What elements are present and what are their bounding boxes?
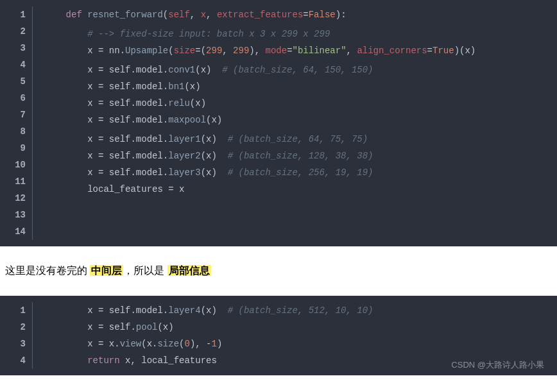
code-token: resnet_forward <box>87 10 163 20</box>
code-token: local_features <box>44 184 168 194</box>
code-token: - <box>206 339 211 349</box>
code-token: = <box>287 46 292 56</box>
code-token: (x) <box>206 115 222 125</box>
code-token: "bilinear" <box>293 46 347 56</box>
code-token: (x) <box>157 322 173 332</box>
code-token: )(x) <box>454 46 476 56</box>
code-token: (x) <box>184 81 200 92</box>
code-line: x = nn.Upsample(size=(299, 299), mode="b… <box>33 42 557 59</box>
code-token: 299 <box>233 46 249 56</box>
code-token: x <box>44 305 98 316</box>
code-token: x, local_features <box>120 355 217 366</box>
code-line: x = self.model.bn1(x) <box>33 78 557 95</box>
code-token: # (batch_size, 512, 10, 10) <box>228 305 373 316</box>
code-token: False <box>309 10 336 20</box>
code-token: x <box>201 10 206 20</box>
code-token: align_corners <box>357 46 427 56</box>
code-token: x <box>44 339 98 349</box>
code-line: def resnet_forward(self, x, extract_feat… <box>33 6 557 23</box>
code-token: def <box>66 10 88 20</box>
code-token: self.model. <box>103 65 168 75</box>
code-token: size <box>174 46 196 56</box>
code-token: relu <box>168 98 190 108</box>
code-line: x = self.model.conv1(x) # (batch_size, 6… <box>33 62 557 78</box>
code-token: self. <box>103 322 135 332</box>
code-line: # --> fixed-size input: batch x 3 x 299 … <box>33 26 557 42</box>
line-number: 2 <box>0 319 32 336</box>
code-line: x = self.model.relu(x) <box>33 95 557 112</box>
code-block-1: 1234567891011121314 def resnet_forward(s… <box>0 0 557 246</box>
code-token: layer3 <box>168 167 200 178</box>
code-token: # (batch_size, 64, 150, 150) <box>222 65 373 75</box>
code-token: (x) <box>201 305 228 316</box>
line-number: 4 <box>0 56 32 73</box>
code-token: self.model. <box>103 98 168 108</box>
line-number: 7 <box>0 107 32 123</box>
code-token: self.model. <box>103 305 168 316</box>
code-line: x = self.model.layer4(x) # (batch_size, … <box>33 302 557 319</box>
code-token: mode <box>266 46 287 56</box>
code-token: = <box>303 10 308 20</box>
code-token: x <box>44 46 98 56</box>
code-token: = <box>195 46 200 56</box>
code-line: x = self.model.layer1(x) # (batch_size, … <box>33 131 557 148</box>
code-token: self.model. <box>103 167 168 178</box>
code-token: self <box>168 10 190 20</box>
code-token <box>44 10 66 20</box>
code-token: self.model. <box>103 134 168 144</box>
code-token: x <box>44 151 98 161</box>
highlight-local-info: 局部信息 <box>167 265 211 276</box>
code-token: ) <box>217 339 222 349</box>
code-token: ): <box>336 10 347 20</box>
code-token: # --> fixed-size input: batch x 3 x 299 … <box>87 29 330 39</box>
code-line: x = self.pool(x) <box>33 319 557 336</box>
code-block-2: 1234 x = self.model.layer4(x) # (batch_s… <box>0 296 557 375</box>
code-token: (x) <box>195 65 222 75</box>
code-token: x <box>44 134 98 144</box>
code-line: x = x.view(x.size(0), -1) <box>33 336 557 352</box>
line-number: 3 <box>0 336 32 352</box>
code-token: (x) <box>201 151 228 161</box>
code-token: ( <box>168 46 173 56</box>
code-token: x <box>44 167 98 178</box>
code-token: bn1 <box>168 81 184 92</box>
line-number: 6 <box>0 90 32 107</box>
line-number: 4 <box>0 352 32 369</box>
line-number: 8 <box>0 123 32 140</box>
code-token: = <box>168 184 173 194</box>
code-token: ( <box>201 46 206 56</box>
highlight-middle-layer: 中间层 <box>90 265 123 276</box>
code-area-1[interactable]: def resnet_forward(self, x, extract_feat… <box>33 0 557 246</box>
code-token: ), <box>190 339 206 349</box>
code-token: x. <box>103 339 119 349</box>
code-token: x <box>44 322 98 332</box>
code-token: 1 <box>212 339 217 349</box>
code-token: # (batch_size, 128, 38, 38) <box>228 151 373 161</box>
code-area-2[interactable]: x = self.model.layer4(x) # (batch_size, … <box>33 296 557 375</box>
code-token: ), <box>249 46 265 56</box>
line-number: 1 <box>0 6 32 23</box>
line-number: 3 <box>0 40 32 56</box>
code-token: True <box>433 46 454 56</box>
code-token <box>44 29 87 39</box>
line-number: 5 <box>0 73 32 90</box>
code-token: conv1 <box>168 65 195 75</box>
code-token: , <box>347 46 357 56</box>
code-token: nn. <box>103 46 125 56</box>
code-token: pool <box>136 322 158 332</box>
code-token: x <box>44 81 98 92</box>
code-token: extract_features <box>217 10 303 20</box>
code-token: 0 <box>184 339 189 349</box>
code-token: , <box>190 10 201 20</box>
code-token: return <box>87 355 119 366</box>
code-line: return x, local_features <box>33 352 557 369</box>
code-token: = <box>427 46 433 56</box>
code-token: (x) <box>201 134 228 144</box>
line-number: 14 <box>0 223 32 240</box>
code-token: self.model. <box>103 115 168 125</box>
line-number: 11 <box>0 173 32 190</box>
code-token <box>44 355 87 366</box>
code-token: layer2 <box>168 151 200 161</box>
line-number: 1 <box>0 302 32 319</box>
code-token: layer4 <box>168 305 200 316</box>
